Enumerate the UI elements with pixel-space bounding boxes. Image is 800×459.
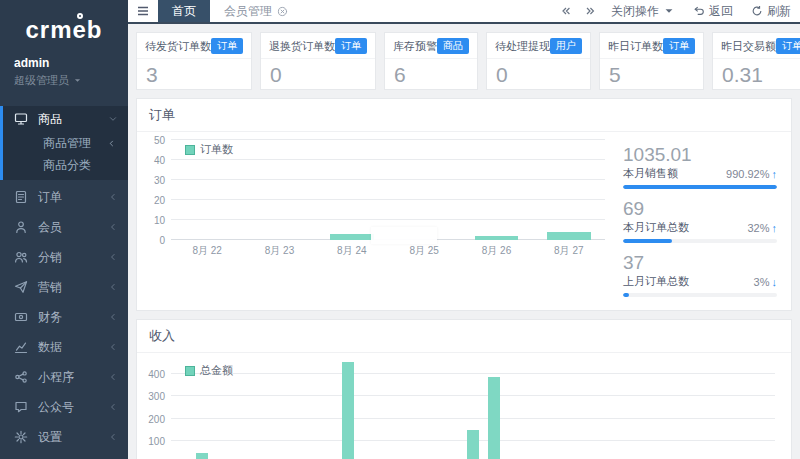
menu-group-会员: 会员 [0, 214, 128, 240]
menu-group-公众号: 公众号 [0, 394, 128, 420]
sidebar-subitem-商品分类[interactable]: 商品分类 [3, 154, 128, 176]
sidebar-item-label: 数据 [38, 339, 108, 356]
stat-card-value: 3 [137, 59, 251, 87]
tab-首页[interactable]: 首页 [158, 0, 210, 22]
menu-group-商品: 商品商品管理商品分类 [0, 106, 128, 180]
sidebar-item-label: 订单 [38, 189, 108, 206]
month-stat-percent: 32%↑ [747, 222, 777, 234]
bar-7月 31 [196, 453, 208, 459]
refresh-button[interactable]: 刷新 [742, 0, 800, 22]
month-stat-value: 1035.01 [623, 144, 777, 165]
sidebar-item-label: 会员 [38, 219, 108, 236]
sidebar-item-label: 公众号 [38, 399, 108, 416]
stat-card-退换货订单数: 退换货订单数订单0 [260, 32, 376, 90]
month-stat-label: 本月销售额 [623, 166, 678, 181]
tabbar-spacer [302, 0, 554, 22]
sidebar-item-设置[interactable]: 设置 [0, 424, 128, 450]
refresh-icon [751, 5, 763, 17]
user-name: admin [14, 56, 128, 70]
sidebar-toggle-button[interactable] [128, 0, 158, 22]
income-panel: 收入 0100200300400总金额7月 307月 318月 18月 28月 … [136, 319, 792, 459]
chevron-left-icon [108, 342, 118, 352]
send-icon [14, 280, 28, 294]
stat-card-badge: 商品 [437, 38, 469, 54]
chevron-left-icon [107, 139, 116, 148]
stat-card-value: 0 [487, 59, 590, 87]
sidebar-item-订单[interactable]: 订单 [0, 184, 128, 210]
y-axis-tick: 100 [148, 435, 165, 446]
sidebar-item-商品[interactable]: 商品 [3, 106, 128, 132]
stat-card-label: 待处理提现 [495, 39, 550, 54]
chevron-left-icon [108, 402, 118, 412]
back-arrow-icon [693, 5, 705, 17]
main-area: 首页会员管理 关闭操作 返回 刷新 待发货订单数订单3退换货订单数订单0 [128, 0, 800, 459]
monitor-icon [14, 112, 28, 126]
bar-8月 7 [342, 362, 354, 459]
close-operations-dropdown[interactable]: 关闭操作 [602, 0, 684, 22]
sidebar-item-label: 营销 [38, 279, 108, 296]
sidebar-item-财务[interactable]: 财务 [0, 304, 128, 330]
double-chevron-left-icon [560, 5, 572, 17]
user-icon [14, 220, 28, 234]
y-axis-tick: 30 [154, 175, 165, 186]
month-stat-label: 本月订单总数 [623, 220, 689, 235]
y-axis-tick: 300 [148, 391, 165, 402]
sidebar-item-label: 小程序 [38, 369, 108, 386]
sidebar-subitem-label: 商品分类 [43, 157, 116, 174]
stat-card-昨日订单数: 昨日订单数订单5 [599, 32, 704, 90]
sidebar-item-内容[interactable]: 内容 [0, 454, 128, 459]
stat-card-badge: 用户 [550, 38, 582, 54]
stat-card-label: 待发货订单数 [145, 39, 211, 54]
stat-card-badge: 订单 [776, 38, 800, 54]
back-button[interactable]: 返回 [684, 0, 742, 22]
legend-label: 订单数 [200, 142, 233, 157]
open-tabs: 首页会员管理 [158, 0, 302, 22]
chart-plot: 01020304050订单数 [171, 140, 605, 240]
y-axis-tick: 20 [154, 195, 165, 206]
tab-会员管理[interactable]: 会员管理 [210, 0, 302, 22]
trend-down-icon: ↓ [772, 276, 778, 288]
y-axis-tick: 10 [154, 215, 165, 226]
stat-card-库存预警: 库存预警商品6 [384, 32, 478, 90]
stat-card-label: 昨日订单数 [608, 39, 663, 54]
stat-card-label: 昨日交易额 [721, 39, 776, 54]
user-block: admin 超级管理员 [0, 48, 128, 98]
sidebar-item-分销[interactable]: 分销 [0, 244, 128, 270]
sidebar-item-公众号[interactable]: 公众号 [0, 394, 128, 420]
bar-8月 26 [475, 236, 518, 240]
y-axis-tick: 0 [159, 235, 165, 246]
trend-up-icon: ↑ [772, 168, 778, 180]
tab-close-button[interactable] [277, 6, 288, 17]
gear-icon [14, 430, 28, 444]
menu-group-营销: 营销 [0, 274, 128, 300]
tabs-scroll-left-button[interactable] [554, 0, 578, 22]
user-role-dropdown[interactable]: 超级管理员 [14, 73, 128, 88]
month-stat-progress [623, 239, 777, 243]
sidebar-item-数据[interactable]: 数据 [0, 334, 128, 360]
month-stat-value: 69 [623, 198, 777, 219]
y-axis-tick: 400 [148, 369, 165, 380]
stat-card-value: 0.31 [713, 59, 800, 87]
chart-icon [14, 340, 28, 354]
sidebar-menu: 商品商品管理商品分类订单会员分销营销财务数据小程序公众号设置内容维护服务器端 [0, 106, 128, 459]
bar-8月 13 [467, 430, 479, 459]
tabs-scroll-right-button[interactable] [578, 0, 602, 22]
month-stat-progress [623, 185, 777, 189]
sidebar: crmeb admin 超级管理员 商品商品管理商品分类订单会员分销营销财务数据… [0, 0, 128, 459]
chevron-left-icon [108, 432, 118, 442]
chevron-left-icon [108, 192, 118, 202]
sidebar-item-label: 分销 [38, 249, 108, 266]
menu-group-设置: 设置 [0, 424, 128, 450]
income-chart: 0100200300400总金额7月 307月 318月 18月 28月 38月… [143, 361, 779, 459]
menu-group-财务: 财务 [0, 304, 128, 330]
stat-card-value: 0 [261, 59, 375, 87]
sidebar-item-小程序[interactable]: 小程序 [0, 364, 128, 390]
nodes-icon [14, 370, 28, 384]
sidebar-item-营销[interactable]: 营销 [0, 274, 128, 300]
sidebar-subitem-商品管理[interactable]: 商品管理 [3, 132, 128, 154]
tab-bar: 首页会员管理 关闭操作 返回 刷新 [128, 0, 800, 24]
sidebar-item-会员[interactable]: 会员 [0, 214, 128, 240]
order-panel: 订单 01020304050订单数8月 228月 238月 248月 258月 … [136, 98, 792, 311]
legend-label: 总金额 [200, 363, 233, 378]
chevron-left-icon [108, 282, 118, 292]
